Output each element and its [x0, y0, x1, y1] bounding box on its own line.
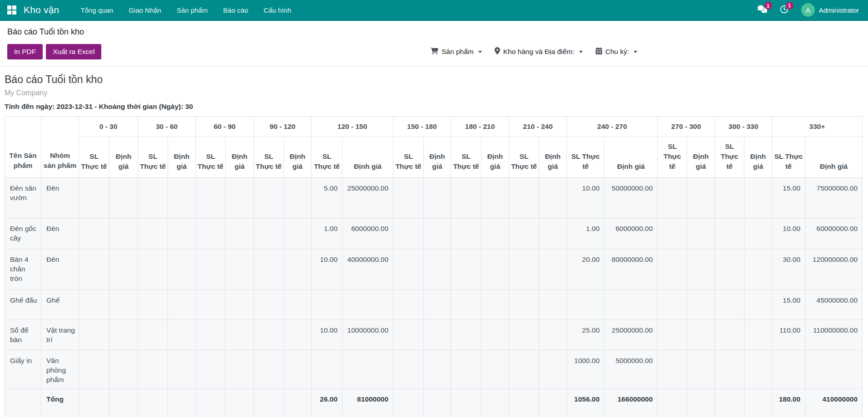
- value-cell: [539, 218, 567, 249]
- value-cell: [342, 350, 393, 389]
- menu-item-tong-quan[interactable]: Tổng quan: [73, 0, 121, 20]
- product-group-cell: Đèn: [41, 178, 79, 218]
- value-cell: [284, 290, 312, 320]
- table-row: Ghế đẩuGhế15.0045000000.00: [5, 290, 863, 320]
- print-pdf-button[interactable]: In PDF: [7, 44, 43, 59]
- qty-header: SL Thực tế: [254, 137, 284, 178]
- qty-cell: [715, 290, 744, 320]
- table-row: Bàn 4 chân trònĐèn10.0040000000.0020.008…: [5, 249, 863, 290]
- product-name-cell: Bàn 4 chân tròn: [5, 249, 41, 290]
- value-cell: [226, 249, 254, 290]
- filters: Sản phẩm Kho hàng và Địa điểm: Chu kỳ:: [431, 47, 637, 56]
- value-cell: 120000000.00: [805, 249, 863, 290]
- value-cell: [168, 290, 196, 320]
- qty-cell: [509, 218, 539, 249]
- qty-cell: [451, 178, 481, 218]
- product-group-cell: Ghế: [41, 290, 79, 320]
- value-header: Định giá: [744, 137, 772, 178]
- qty-cell: [567, 290, 605, 320]
- qty-cell: [138, 320, 168, 350]
- value-cell: [424, 178, 451, 218]
- filter-warehouse-location[interactable]: Kho hàng và Địa điểm:: [495, 47, 583, 56]
- total-value-cell: [109, 389, 138, 417]
- value-cell: [744, 290, 772, 320]
- systray: 1 1 A Administrator: [758, 3, 859, 17]
- total-value-cell: 166000000: [605, 389, 658, 417]
- export-excel-button[interactable]: Xuất ra Excel: [46, 44, 101, 59]
- qty-cell: [658, 178, 687, 218]
- value-cell: [226, 320, 254, 350]
- bucket-header: 30 - 60: [138, 117, 196, 137]
- value-cell: [744, 320, 772, 350]
- qty-header: SL Thực tế: [509, 137, 539, 178]
- map-marker-icon: [495, 47, 500, 56]
- qty-header: SL Thực tế: [772, 137, 805, 178]
- chevron-down-icon: [579, 51, 583, 53]
- qty-cell: [312, 350, 342, 389]
- main-menu: Tổng quan Giao Nhận Sản phẩm Báo cáo Cấu…: [73, 0, 299, 20]
- value-cell: [284, 178, 312, 218]
- product-name-cell: Sổ để bàn: [5, 320, 41, 350]
- filter-product[interactable]: Sản phẩm: [431, 48, 482, 56]
- qty-cell: [658, 290, 687, 320]
- qty-cell: [79, 218, 109, 249]
- value-cell: [109, 290, 138, 320]
- qty-cell: [254, 320, 284, 350]
- value-cell: [481, 320, 509, 350]
- bucket-header: 120 - 150: [312, 117, 393, 137]
- qty-cell: [196, 350, 226, 389]
- value-cell: [481, 350, 509, 389]
- activities-badge: 1: [786, 2, 794, 10]
- value-cell: [168, 350, 196, 389]
- qty-cell: [393, 178, 424, 218]
- qty-cell: [254, 218, 284, 249]
- value-header: Định giá: [687, 137, 715, 178]
- qty-cell: [393, 350, 424, 389]
- app-brand[interactable]: Kho vận: [24, 5, 59, 15]
- product-name-column-header: Tên Sản phẩm: [5, 117, 41, 178]
- apps-grid-icon[interactable]: [7, 5, 16, 15]
- qty-cell: [509, 178, 539, 218]
- bucket-header: 150 - 180: [393, 117, 451, 137]
- qty-cell: [509, 249, 539, 290]
- value-cell: [226, 350, 254, 389]
- value-cell: 45000000.00: [805, 290, 863, 320]
- value-cell: [605, 290, 658, 320]
- value-cell: 25000000.00: [605, 320, 658, 350]
- menu-item-cau-hinh[interactable]: Cấu hình: [256, 0, 299, 20]
- qty-cell: [393, 249, 424, 290]
- qty-cell: [79, 178, 109, 218]
- menu-item-san-pham[interactable]: Sản phẩm: [169, 0, 215, 20]
- report-company: My Company: [5, 89, 863, 97]
- value-cell: [481, 290, 509, 320]
- table-row: Đèn sân vườnĐèn5.0025000000.0010.0050000…: [5, 178, 863, 218]
- value-cell: [744, 218, 772, 249]
- user-menu[interactable]: A Administrator: [801, 3, 859, 17]
- filter-period[interactable]: Chu kỳ:: [595, 47, 638, 56]
- messages-button[interactable]: 1: [758, 5, 767, 15]
- value-cell: [284, 249, 312, 290]
- value-header: Định giá: [109, 137, 138, 178]
- qty-cell: 110.00: [772, 320, 805, 350]
- value-cell: 50000000.00: [605, 178, 658, 218]
- total-qty-cell: 1056.00: [567, 389, 605, 417]
- top-navbar: Kho vận Tổng quan Giao Nhận Sản phẩm Báo…: [0, 0, 868, 21]
- menu-item-bao-cao[interactable]: Báo cáo: [215, 0, 256, 20]
- value-cell: [539, 290, 567, 320]
- bucket-header: 270 - 300: [658, 117, 715, 137]
- total-label-cell: Tổng: [41, 389, 79, 417]
- value-cell: [687, 320, 715, 350]
- value-cell: 110000000.00: [805, 320, 863, 350]
- menu-item-giao-nhan[interactable]: Giao Nhận: [121, 0, 169, 20]
- qty-header: SL Thực tế: [312, 137, 342, 178]
- qty-header: SL Thực tế: [658, 137, 687, 178]
- product-group-cell: Văn phòng phẩm: [41, 350, 79, 389]
- product-name-cell: Đèn gốc cây: [5, 218, 41, 249]
- value-cell: [284, 218, 312, 249]
- chevron-down-icon: [634, 51, 637, 53]
- qty-cell: [509, 350, 539, 389]
- value-cell: 6000000.00: [605, 218, 658, 249]
- value-header: Định giá: [342, 137, 393, 178]
- activities-button[interactable]: 1: [780, 5, 789, 15]
- value-cell: 5000000.00: [605, 350, 658, 389]
